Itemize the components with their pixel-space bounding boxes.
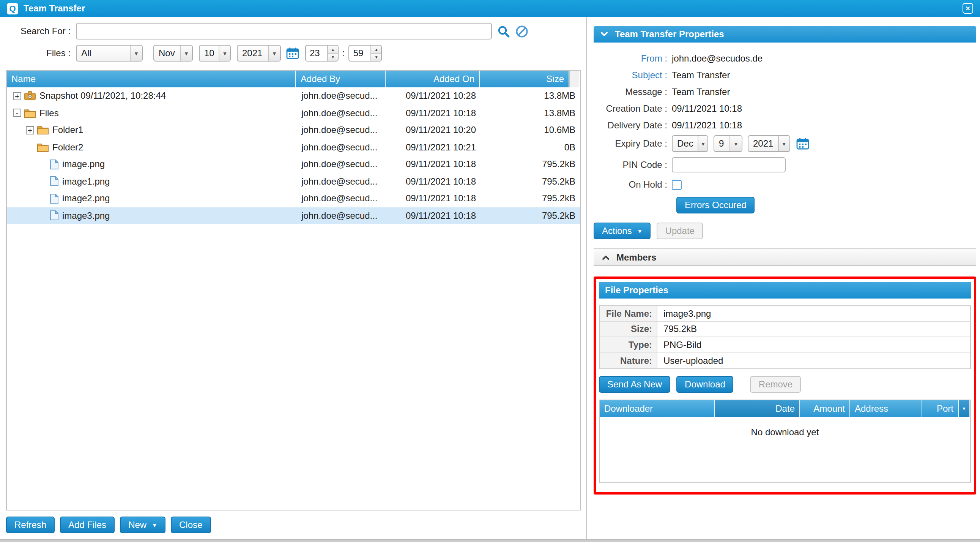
table-header: Name Added By Added On Size xyxy=(7,71,580,88)
expiry-month-select[interactable]: Dec ▼ xyxy=(672,135,708,152)
window-bottom-edge xyxy=(0,539,980,542)
row-added-by: john.doe@secud... xyxy=(297,108,387,118)
files-type-select[interactable]: All ▼ xyxy=(76,45,143,62)
date-picker-button[interactable] xyxy=(286,47,299,59)
send-as-new-button[interactable]: Send As New xyxy=(599,376,670,393)
hour-spinner[interactable]: 23 ▲ ▼ xyxy=(305,45,339,62)
expiry-day-select[interactable]: 9 ▼ xyxy=(714,135,742,152)
files-filter-label: Files : xyxy=(6,48,76,59)
row-size: 795.2kB xyxy=(480,159,580,170)
tree-row-image-png[interactable]: image.png john.doe@secud... 09/11/2021 1… xyxy=(7,156,580,173)
errors-occured-button[interactable]: Errors Occured xyxy=(676,197,755,214)
file-properties-highlight: File Properties File Name: image3.png Si… xyxy=(593,276,976,494)
file-browser-panel: Search For : Files : xyxy=(0,17,586,539)
expiry-date-label: Expiry Date : xyxy=(593,138,672,149)
column-menu-button[interactable]: ▼ xyxy=(959,400,970,417)
creation-date-label: Creation Date : xyxy=(593,103,672,114)
tree-row-snapshot[interactable]: + Snapshot 09/11/2021, 10:28:44 xyxy=(7,88,580,104)
subject-value: Team Transfer xyxy=(672,70,730,81)
window-title: Team Transfer xyxy=(24,3,85,14)
row-name: Snapshot 09/11/2021, 10:28:44 xyxy=(40,91,166,101)
app-logo-icon: Q xyxy=(7,3,18,14)
time-separator: : xyxy=(342,48,345,59)
month-select[interactable]: Nov ▼ xyxy=(153,45,193,62)
row-added-on: 09/11/2021 10:20 xyxy=(387,125,480,136)
add-files-button[interactable]: Add Files xyxy=(60,516,115,533)
members-section-toggle[interactable]: Members xyxy=(593,249,976,266)
column-header-downloader[interactable]: Downloader xyxy=(600,400,715,417)
chevron-down-icon: ▼ xyxy=(130,46,142,61)
expiry-year-select[interactable]: 2021 ▼ xyxy=(748,135,790,152)
folder-icon xyxy=(24,108,36,118)
expiry-date-picker-button[interactable] xyxy=(796,137,809,150)
new-button[interactable]: New ▼ xyxy=(120,516,165,533)
chevron-up-icon xyxy=(602,254,609,260)
collapse-icon[interactable]: - xyxy=(13,109,21,117)
members-label: Members xyxy=(616,252,656,263)
expand-icon[interactable]: + xyxy=(13,92,21,100)
row-added-by: john.doe@secud... xyxy=(297,159,387,170)
chevron-down-icon xyxy=(600,31,608,37)
properties-panel: Team Transfer Properties From : john.doe… xyxy=(587,17,980,539)
column-header-date[interactable]: Date xyxy=(715,400,800,417)
tree-row-files[interactable]: - Files john.doe@secud... 09/11/2021 10:… xyxy=(7,104,580,121)
column-header-address[interactable]: Address xyxy=(850,400,922,417)
day-select[interactable]: 10 ▼ xyxy=(199,45,231,62)
pin-code-input[interactable] xyxy=(672,157,786,172)
row-added-by: john.doe@secud... xyxy=(297,210,387,221)
tree-row-folder1[interactable]: + Folder1 john.doe@secud... 09/11/2021 1… xyxy=(7,121,580,139)
search-button[interactable] xyxy=(497,25,510,38)
row-size: 795.2kB xyxy=(480,176,580,187)
expand-icon[interactable]: + xyxy=(26,126,34,134)
downloads-table-header: Downloader Date Amount Address Port ▼ xyxy=(600,400,970,417)
file-icon xyxy=(50,177,59,187)
file-icon xyxy=(50,159,59,169)
pin-code-label: PIN Code : xyxy=(593,159,672,170)
delivery-date-value: 09/11/2021 10:18 xyxy=(672,120,742,131)
column-header-added-by[interactable]: Added By xyxy=(296,71,386,88)
download-button[interactable]: Download xyxy=(676,376,734,393)
close-window-button[interactable]: ✕ xyxy=(963,3,973,14)
chevron-down-icon: ▼ xyxy=(180,46,192,61)
chevron-down-icon: ▼ xyxy=(778,136,789,151)
chevron-down-icon: ▼ xyxy=(637,228,643,234)
minute-spinner[interactable]: 59 ▲ ▼ xyxy=(349,45,382,62)
spinner-up-icon[interactable]: ▲ xyxy=(372,46,382,54)
row-added-by: john.doe@secud... xyxy=(297,176,387,187)
spinner-up-icon[interactable]: ▲ xyxy=(328,46,338,54)
refresh-button[interactable]: Refresh xyxy=(6,516,55,533)
calendar-icon xyxy=(286,47,299,59)
spinner-down-icon[interactable]: ▼ xyxy=(328,54,338,61)
column-header-name[interactable]: Name xyxy=(7,71,296,88)
tree-row-folder2[interactable]: Folder2 john.doe@secud... 09/11/2021 10:… xyxy=(7,139,580,156)
update-button[interactable]: Update xyxy=(657,223,703,239)
remove-button[interactable]: Remove xyxy=(750,376,801,393)
clear-search-button[interactable] xyxy=(515,25,528,38)
column-header-added-on[interactable]: Added On xyxy=(386,71,480,88)
actions-button[interactable]: Actions ▼ xyxy=(593,223,651,239)
row-size: 795.2kB xyxy=(480,210,580,221)
tree-row-image3-png-selected[interactable]: image3.png john.doe@secud... 09/11/2021 … xyxy=(7,207,580,224)
row-added-by: john.doe@secud... xyxy=(297,193,387,204)
message-value: Team Transfer xyxy=(672,87,730,97)
on-hold-checkbox[interactable] xyxy=(672,180,682,190)
row-added-on: 09/11/2021 10:18 xyxy=(387,159,480,170)
spinner-down-icon[interactable]: ▼ xyxy=(372,54,382,61)
year-select[interactable]: 2021 ▼ xyxy=(237,45,281,62)
snapshot-icon xyxy=(24,91,36,100)
prop-row-nature: Nature: User-uploaded xyxy=(600,353,970,368)
row-added-by: john.doe@secud... xyxy=(297,125,387,136)
search-label: Search For : xyxy=(6,26,76,37)
tree-row-image1-png[interactable]: image1.png john.doe@secud... 09/11/2021 … xyxy=(7,173,580,190)
row-size: 13.8MB xyxy=(480,91,580,101)
file-icon xyxy=(50,211,59,221)
search-input[interactable] xyxy=(76,23,492,40)
chevron-down-icon: ▼ xyxy=(268,46,280,61)
column-header-amount[interactable]: Amount xyxy=(800,400,850,417)
column-header-port[interactable]: Port xyxy=(922,400,959,417)
tree-row-image2-png[interactable]: image2.png john.doe@secud... 09/11/2021 … xyxy=(7,190,580,207)
close-button[interactable]: Close xyxy=(171,516,211,533)
file-icon xyxy=(50,194,59,204)
properties-header[interactable]: Team Transfer Properties xyxy=(593,26,976,43)
column-header-size[interactable]: Size xyxy=(480,71,570,88)
